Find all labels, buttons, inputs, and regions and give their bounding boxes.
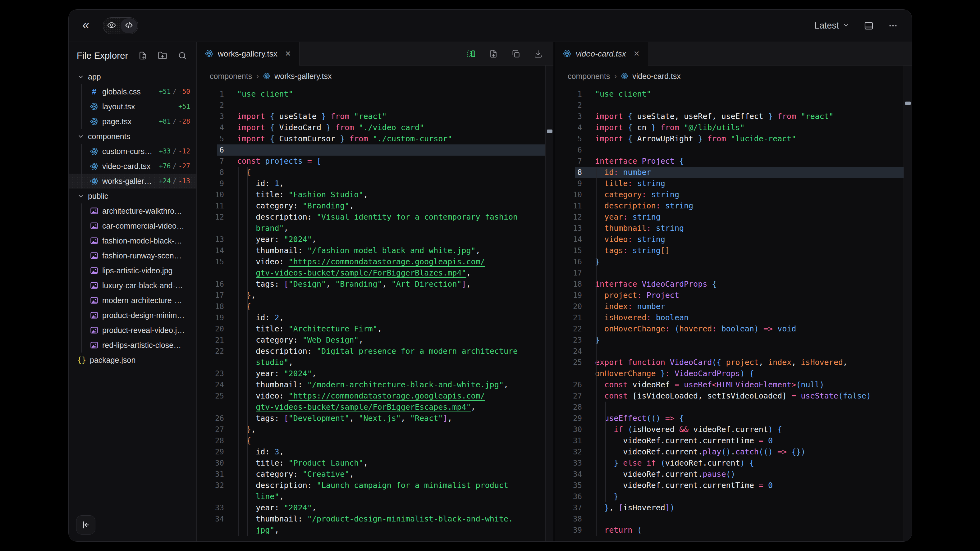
code-line: 22 onHoverChange: (hovered: boolean) => … <box>555 323 912 335</box>
code-line: 31 category: "Creative", <box>197 469 554 480</box>
tree-folder-components[interactable]: components <box>68 129 196 144</box>
code-editor-video-card[interactable]: 1"use client"23import { useState, useRef… <box>555 87 912 541</box>
tree-item-modern-architecture-[interactable]: modern-architecture-… <box>68 293 196 308</box>
tree-folder-public[interactable]: public <box>68 189 196 203</box>
ellipsis-icon[interactable] <box>888 21 898 31</box>
react-file-icon <box>89 117 99 126</box>
line-number: 30 <box>555 424 582 435</box>
file-name: car-commercial-video… <box>102 221 184 230</box>
panel-left-close-icon[interactable] <box>76 515 95 535</box>
code-line: 25export function VideoCard({ project, i… <box>555 357 912 368</box>
file-export-icon[interactable] <box>489 49 498 59</box>
tree-item-luxury-car-black-and-[interactable]: luxury-car-black-and-… <box>68 278 196 293</box>
download-icon[interactable] <box>533 49 543 59</box>
code-line: 4import { cn } from "@/lib/utils" <box>555 122 912 133</box>
tree-item-red-lips-artistic-close-[interactable]: red-lips-artistic-close… <box>68 338 196 353</box>
file-name: architecture-walkthro… <box>102 206 182 216</box>
chevron-down-icon <box>77 73 85 81</box>
copy-icon[interactable] <box>511 49 520 59</box>
line-number <box>197 525 224 536</box>
new-file-icon[interactable] <box>138 51 147 60</box>
panel-bottom-icon[interactable] <box>864 21 874 31</box>
breadcrumb-folder[interactable]: components <box>568 72 610 81</box>
code-line: 33 year: "2024", <box>197 502 554 513</box>
breadcrumb-file[interactable]: works-gallery.tsx <box>274 72 331 81</box>
line-number: 15 <box>555 245 582 256</box>
file-name: public <box>88 192 108 201</box>
code-line: 13 year: "2024", <box>197 234 554 245</box>
tree-item-fashion-model-black-[interactable]: fashion-model-black-… <box>68 233 196 248</box>
line-number: 7 <box>197 156 224 167</box>
tree-item-globals.css[interactable]: #globals.css+51/-50 <box>68 84 196 99</box>
line-number: 9 <box>197 178 224 189</box>
scrollbar-thumb[interactable] <box>547 130 552 133</box>
breadcrumb-file[interactable]: video-card.tsx <box>632 72 681 81</box>
json-file-icon: {} <box>77 356 87 364</box>
tab-works-gallery[interactable]: works-gallery.tsx ✕ <box>197 42 299 65</box>
file-name: product-reveal-video.j… <box>102 326 185 335</box>
new-folder-icon[interactable] <box>158 51 167 60</box>
indent-guide <box>81 144 82 189</box>
tree-item-fashion-runway-scen-[interactable]: fashion-runway-scen… <box>68 248 196 263</box>
top-toolbar: « Latest <box>68 10 912 42</box>
version-dropdown[interactable]: Latest <box>815 21 850 31</box>
code-line: 7interface Project { <box>555 156 912 167</box>
file-name: components <box>88 132 130 141</box>
diff-stats: +51/-50 <box>156 88 190 95</box>
tree-item-car-commercial-video-[interactable]: car-commercial-video… <box>68 218 196 233</box>
line-number: 3 <box>555 111 582 122</box>
search-icon[interactable] <box>178 51 187 60</box>
diff-stats: +76/-27 <box>156 162 190 170</box>
line-number: 18 <box>555 279 582 290</box>
tree-item-page.tsx[interactable]: page.tsx+81/-28 <box>68 114 196 129</box>
line-number: 34 <box>555 469 582 480</box>
indent-guide <box>81 203 82 353</box>
file-explorer-sidebar: File Explorer app#globals.css+51/-50layo… <box>68 42 197 541</box>
line-number: 23 <box>197 368 224 379</box>
code-line: brand", <box>197 223 554 234</box>
code-line: 26 tags: ["Development", "Next.js", "Rea… <box>197 413 554 424</box>
tree-item-product-reveal-video.j-[interactable]: product-reveal-video.j… <box>68 323 196 338</box>
code-line: 34 thumbnail: "/product-design-minimalis… <box>197 513 554 525</box>
breadcrumb-folder[interactable]: components <box>210 72 252 81</box>
tab-label: works-gallery.tsx <box>218 49 277 59</box>
tree-item-architecture-walkthro-[interactable]: architecture-walkthro… <box>68 203 196 218</box>
sidebar-title: File Explorer <box>77 51 128 61</box>
tree-item-works-galler-[interactable]: works-galler…+24/-13 <box>68 174 196 189</box>
image-file-icon <box>89 237 99 245</box>
scrollbar-track <box>545 65 554 541</box>
line-number: 15 <box>197 256 224 267</box>
code-line: 15 tags: string[] <box>555 245 912 256</box>
code-toggle-button[interactable] <box>121 18 137 33</box>
line-number: 17 <box>197 290 224 301</box>
tree-item-lips-artistic-video.jpg[interactable]: lips-artistic-video.jpg <box>68 263 196 278</box>
tree-item-layout.tsx[interactable]: layout.tsx+51 <box>68 99 196 114</box>
tree-item-video-card.tsx[interactable]: video-card.tsx+76/-27 <box>68 159 196 174</box>
line-number: 13 <box>197 234 224 245</box>
code-editor-works-gallery[interactable]: 1"use client"23import { useState } from … <box>197 87 554 541</box>
diff-stats: +81/-28 <box>156 118 190 125</box>
tab-video-card[interactable]: video-card.tsx ✕ <box>555 42 648 65</box>
tree-item-product-design-minim-[interactable]: product-design-minim… <box>68 308 196 323</box>
code-line: 29 useEffect(() => { <box>555 413 912 424</box>
line-number: 2 <box>197 100 224 111</box>
chevron-right-icon: › <box>614 71 617 81</box>
tree-item-custom-curs-[interactable]: custom-curs…+33/-12 <box>68 144 196 159</box>
close-icon[interactable]: ✕ <box>285 49 291 58</box>
code-line: 26 const videoRef = useRef<HTMLVideoElem… <box>555 379 912 391</box>
react-file-icon <box>263 72 270 80</box>
line-number: 28 <box>197 435 224 446</box>
split-view-icon[interactable] <box>466 49 476 59</box>
chevrons-left-icon[interactable]: « <box>82 19 89 31</box>
css-file-icon: # <box>89 87 99 97</box>
line-number: 29 <box>555 413 582 424</box>
file-name: custom-curs… <box>102 147 152 156</box>
tree-item-package.json[interactable]: {}package.json <box>68 353 196 367</box>
close-icon[interactable]: ✕ <box>633 49 640 58</box>
scrollbar-thumb[interactable] <box>905 102 911 105</box>
tree-folder-app[interactable]: app <box>68 69 196 84</box>
file-name: fashion-model-black-… <box>102 237 182 245</box>
diff-stats: +33/-12 <box>156 148 190 155</box>
code-line: 21 isHovered: boolean <box>555 312 912 323</box>
preview-toggle-button[interactable] <box>103 18 120 34</box>
